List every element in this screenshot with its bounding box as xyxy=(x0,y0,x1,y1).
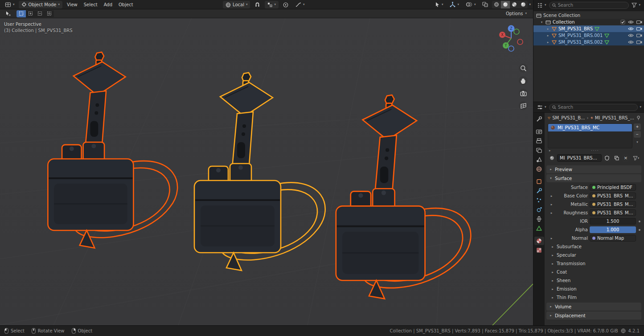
panel-coat[interactable]: ▸Coat xyxy=(546,268,641,276)
expand-icon[interactable]: ▸ xyxy=(550,211,553,215)
tab-tool[interactable] xyxy=(534,115,544,123)
tab-particles[interactable] xyxy=(534,196,544,205)
shading-material-button[interactable] xyxy=(510,1,519,8)
expand-icon[interactable]: ▸ xyxy=(550,203,553,206)
expand-icon[interactable]: ▾ xyxy=(540,20,544,24)
active-tool-button[interactable] xyxy=(3,10,14,17)
expand-icon[interactable]: ▸ xyxy=(550,194,553,198)
shading-dropdown-icon[interactable]: ▾ xyxy=(529,3,531,6)
panel-subsurface[interactable]: ▸Subsurface xyxy=(546,242,641,251)
pan-tool-button[interactable] xyxy=(519,76,528,85)
panel-sheen[interactable]: ▸Sheen xyxy=(546,276,641,285)
breadcrumb-material[interactable]: MI_PVS31_BRS_... xyxy=(595,115,634,120)
menu-object[interactable]: Object xyxy=(115,1,136,8)
menu-view[interactable]: View xyxy=(64,1,81,8)
material-slot-list[interactable]: MI_PVS31_BRS_MC xyxy=(548,123,632,148)
outliner-search[interactable] xyxy=(549,2,629,9)
tab-view-layer[interactable] xyxy=(534,146,544,155)
panel-specular[interactable]: ▸Specular xyxy=(546,251,641,259)
eye-icon[interactable] xyxy=(628,40,634,44)
base-color-texture-select[interactable]: PVS31_BRS_MC_Bas... xyxy=(590,193,636,199)
breadcrumb-object[interactable]: SM_PVS31_B... xyxy=(552,115,585,120)
expand-icon[interactable]: ▸ xyxy=(546,41,550,44)
tab-object-data[interactable] xyxy=(534,224,544,233)
snap-target-select[interactable]: ▾ xyxy=(265,1,279,8)
tab-render[interactable] xyxy=(534,127,544,136)
outliner-filter-button[interactable]: ▾ xyxy=(631,1,641,9)
tab-object[interactable] xyxy=(534,177,544,186)
panel-displacement[interactable]: ▸ Displacement xyxy=(546,311,641,320)
eye-icon[interactable] xyxy=(628,20,634,24)
transform-orientation-select[interactable]: Local ▾ xyxy=(223,1,250,8)
select-mode-set[interactable] xyxy=(16,10,26,17)
tab-texture[interactable] xyxy=(534,246,544,254)
tab-physics[interactable] xyxy=(534,205,544,214)
eye-icon[interactable] xyxy=(628,27,634,31)
options-dropdown[interactable]: Options ▾ xyxy=(502,10,530,17)
tab-world[interactable] xyxy=(534,165,544,173)
mode-selector[interactable]: Object Mode ▾ xyxy=(19,1,63,8)
fake-user-toggle[interactable] xyxy=(603,154,611,162)
browse-material-button[interactable] xyxy=(548,154,556,162)
tab-material[interactable] xyxy=(534,237,544,245)
properties-search-input[interactable] xyxy=(558,105,635,110)
outliner-editor-type-button[interactable]: ▾ xyxy=(536,1,547,9)
tab-scene[interactable] xyxy=(534,156,544,164)
alpha-value-slider[interactable]: 1.000 xyxy=(590,226,636,233)
expand-icon[interactable]: ▸ xyxy=(546,27,550,31)
camera-view-button[interactable] xyxy=(519,89,528,98)
snap-toggle[interactable] xyxy=(252,1,263,8)
navigation-gizmo[interactable]: Z X Y xyxy=(497,24,525,53)
metallic-texture-select[interactable]: PVS31_BRS_MC_Met... xyxy=(590,201,636,208)
proportional-falloff-select[interactable]: ▾ xyxy=(293,1,308,8)
material-filter-button[interactable]: ▾ xyxy=(631,154,641,162)
selectability-dropdown[interactable]: ▾ xyxy=(432,1,446,8)
camera-icon[interactable] xyxy=(636,27,642,31)
eye-icon[interactable] xyxy=(628,33,634,37)
roughness-texture-select[interactable]: PVS31_BRS_MC_Rou... xyxy=(590,209,636,216)
tree-item-sm-pvs31-brs[interactable]: ▸ SM_PVS31_BRS xyxy=(533,25,644,32)
3d-viewport[interactable]: User Perspective (3) Collection | SM_PVS… xyxy=(0,18,533,325)
gizmos-toggle[interactable]: ▾ xyxy=(447,1,462,8)
panel-surface[interactable]: ▾ Surface xyxy=(546,174,641,182)
panel-transmission[interactable]: ▸Transmission xyxy=(546,259,641,268)
toggle-perspective-button[interactable] xyxy=(519,101,528,110)
ior-value-field[interactable]: 1.500 xyxy=(590,218,636,225)
object-sm-pvs31-brs-002[interactable] xyxy=(336,95,471,299)
pin-icon[interactable] xyxy=(636,115,641,120)
select-mode-subtract[interactable] xyxy=(35,10,45,17)
shading-solid-button[interactable] xyxy=(501,1,510,8)
list-resize-grip[interactable]: ···· xyxy=(591,149,599,153)
editor-type-button[interactable]: ▾ xyxy=(2,1,17,8)
add-material-slot-button[interactable]: + xyxy=(634,123,641,130)
tree-item-scene-collection[interactable]: Scene Collection xyxy=(533,12,644,19)
properties-editor-type-button[interactable]: ▾ xyxy=(536,103,547,111)
camera-icon[interactable] xyxy=(636,40,642,44)
animate-decorator[interactable] xyxy=(639,221,640,222)
expand-icon[interactable]: ▸ xyxy=(550,237,553,240)
select-mode-extend[interactable] xyxy=(26,10,35,17)
panel-emission[interactable]: ▸Emission xyxy=(546,285,641,293)
shading-wireframe-button[interactable] xyxy=(492,1,501,8)
tab-output[interactable] xyxy=(534,137,544,145)
object-sm-pvs31-brs-001[interactable] xyxy=(194,73,325,270)
remove-material-slot-button[interactable]: − xyxy=(634,131,641,138)
tab-constraints[interactable] xyxy=(534,215,544,223)
material-name-field[interactable]: MI_PVS31_BRS_MC xyxy=(557,154,602,162)
menu-add[interactable]: Add xyxy=(101,1,115,8)
object-sm-pvs31-brs[interactable] xyxy=(48,52,177,248)
expand-icon[interactable]: ▸ xyxy=(546,34,550,37)
slot-specials-menu[interactable]: ▾ xyxy=(634,139,641,145)
panel-volume[interactable]: ▸ Volume xyxy=(546,303,641,311)
properties-search[interactable] xyxy=(549,104,638,111)
chevron-down-icon[interactable]: ▾ xyxy=(640,106,641,109)
tree-item-sm-pvs31-brs-002[interactable]: ▸ SM_PVS31_BRS.002 xyxy=(533,39,644,45)
zoom-tool-button[interactable] xyxy=(519,64,528,73)
tree-item-collection[interactable]: ▾ Collection xyxy=(533,19,644,25)
overlays-toggle[interactable]: ▾ xyxy=(463,1,479,8)
panel-thin-film[interactable]: ▸Thin Film xyxy=(546,293,641,302)
panel-preview[interactable]: ▸ Preview xyxy=(546,165,641,173)
camera-icon[interactable] xyxy=(636,20,642,24)
animate-decorator[interactable] xyxy=(639,229,640,231)
camera-icon[interactable] xyxy=(636,33,642,37)
